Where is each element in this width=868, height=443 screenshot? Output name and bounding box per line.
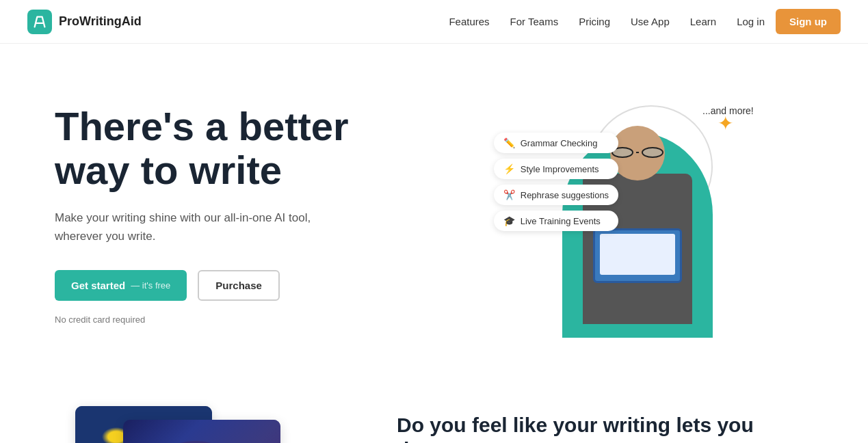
navbar: ProWritingAid Features For Teams Pricing… [0,0,868,44]
hero-section: There's a better way to write Make your … [0,44,868,372]
rephrase-icon: ✂️ [503,189,515,200]
purchase-button[interactable]: Purchase [198,270,280,301]
get-started-sub: — it's free [131,280,170,291]
badge-style-label: Style Improvements [521,164,599,174]
nav-links: Features For Teams Pricing Use App Learn [449,16,716,28]
person-glasses [611,146,663,159]
sparkle-icon: ✦ [718,112,733,135]
grammar-icon: ✏️ [503,137,515,148]
badge-rephrase-label: Rephrase suggestions [521,190,609,200]
nav-link-use-app[interactable]: Use App [631,16,670,27]
hero-illustration: ...and more! ✦ [494,92,754,338]
logo-icon [27,10,52,34]
signup-button[interactable]: Sign up [776,9,841,34]
nav-item-for-teams[interactable]: For Teams [510,16,559,28]
get-started-button[interactable]: Get started — it's free [55,270,187,301]
hero-title: There's a better way to write [55,105,434,192]
hero-right: ...and more! ✦ [434,85,814,345]
nav-actions: Log in Sign up [737,9,841,34]
badge-training: 🎓 Live Training Events [494,211,618,231]
no-cc-text: No credit card required [55,314,434,325]
section2: My idea in my head Do you feel like your… [0,372,868,443]
nav-link-pricing[interactable]: Pricing [579,16,610,27]
logo-link[interactable]: ProWritingAid [27,10,142,34]
training-icon: 🎓 [503,215,515,226]
hero-buttons: Get started — it's free Purchase [55,270,434,301]
style-icon: ⚡ [503,163,515,174]
nav-link-learn[interactable]: Learn [690,16,716,27]
nav-item-learn[interactable]: Learn [690,16,716,28]
brand-name: ProWritingAid [59,14,142,29]
badge-grammar: ✏️ Grammar Checking [494,133,618,153]
feature-badges: ✏️ Grammar Checking ⚡ Style Improvements… [494,133,618,231]
hero-title-line2: way to write [55,148,282,192]
section2-title: Do you feel like your writing lets you d… [397,413,813,443]
hero-subtitle: Make your writing shine with our all-in-… [55,209,328,245]
hero-left: There's a better way to write Make your … [55,105,434,325]
hero-title-line1: There's a better [55,104,349,148]
artwork-stack: My idea in my head [55,399,287,443]
nav-item-features[interactable]: Features [449,16,489,28]
get-started-label: Get started [71,280,125,291]
login-button[interactable]: Log in [737,16,765,27]
section2-right: Do you feel like your writing lets you d… [397,399,813,443]
section2-left: My idea in my head [55,399,342,443]
nav-link-features[interactable]: Features [449,16,489,27]
nav-link-for-teams[interactable]: For Teams [510,16,559,27]
badge-training-label: Live Training Events [521,216,601,226]
nav-item-pricing[interactable]: Pricing [579,16,610,28]
laptop [593,228,682,283]
badge-grammar-label: Grammar Checking [521,138,598,148]
badge-style: ⚡ Style Improvements [494,159,618,179]
badge-rephrase: ✂️ Rephrase suggestions [494,185,618,205]
nav-item-use-app[interactable]: Use App [631,16,670,28]
artwork-card-front [123,420,280,443]
